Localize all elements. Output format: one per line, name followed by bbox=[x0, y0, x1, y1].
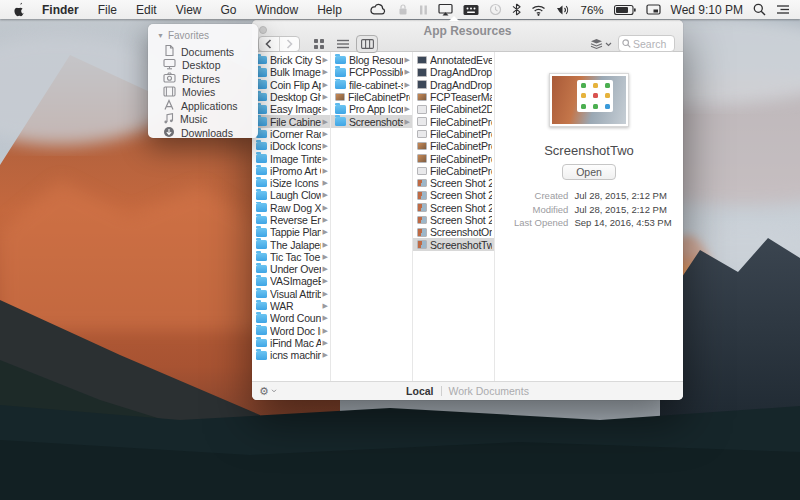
menu-edit[interactable]: Edit bbox=[136, 3, 157, 17]
bluetooth-icon[interactable] bbox=[512, 3, 521, 16]
list-item[interactable]: Tappie Plane▶ bbox=[252, 226, 330, 238]
list-item[interactable]: Screen Shot 2... bbox=[413, 189, 494, 201]
list-view-button[interactable] bbox=[332, 35, 354, 53]
location-segment-work-documents[interactable]: Work Documents bbox=[449, 385, 529, 397]
list-item[interactable]: iPromo Art Cr...▶ bbox=[252, 165, 330, 177]
list-item[interactable]: File Cabinet▶ bbox=[252, 115, 330, 127]
list-item[interactable]: FileCabinet2D... bbox=[413, 103, 494, 115]
list-item[interactable]: iSize Icons▶ bbox=[252, 177, 330, 189]
menu-window[interactable]: Window bbox=[256, 3, 299, 17]
list-item[interactable]: Bulk Image Re...▶ bbox=[252, 66, 330, 78]
list-item[interactable]: iCorner Radius▶ bbox=[252, 128, 330, 140]
list-item[interactable]: ScreenshotTwo bbox=[413, 238, 494, 250]
wifi-icon[interactable] bbox=[531, 4, 546, 16]
keypad-icon[interactable] bbox=[463, 4, 479, 16]
battery-icon[interactable] bbox=[614, 4, 636, 16]
list-item[interactable]: Brick City Solit...▶ bbox=[252, 54, 330, 66]
list-item[interactable]: file-cabinet-sv...▶ bbox=[331, 79, 412, 91]
menu-view[interactable]: View bbox=[176, 3, 202, 17]
list-item[interactable]: Laugh Clown▶ bbox=[252, 189, 330, 201]
sidebar-item-desktop[interactable]: Desktop bbox=[157, 59, 258, 73]
list-item[interactable]: Easy Image Re...▶ bbox=[252, 103, 330, 115]
list-item[interactable]: Image Tinter▶ bbox=[252, 152, 330, 164]
list-item[interactable]: FCPPossibleTe...▶ bbox=[331, 66, 412, 78]
list-item[interactable]: The Jalapeno...▶ bbox=[252, 238, 330, 250]
list-item[interactable]: FileCabinetPro... bbox=[331, 91, 412, 103]
list-item[interactable]: Screen Shot 2... bbox=[413, 202, 494, 214]
location-segment-local[interactable]: Local bbox=[406, 385, 433, 397]
menu-clock[interactable]: Wed 9:10 PM bbox=[671, 3, 743, 17]
column-arrow-icon: ▶ bbox=[323, 253, 328, 261]
item-name: Image Tinter bbox=[270, 153, 321, 165]
pictures-icon bbox=[163, 72, 176, 85]
favorites-header[interactable]: ▼ Favorites bbox=[157, 30, 258, 41]
airplay-display-icon[interactable] bbox=[438, 3, 453, 16]
list-item[interactable]: iFind Mac Apps▶ bbox=[252, 337, 330, 349]
list-item[interactable]: Reverse Engin...▶ bbox=[252, 214, 330, 226]
spotlight-icon[interactable] bbox=[753, 3, 766, 16]
column-view-button[interactable] bbox=[356, 35, 378, 53]
volume-icon[interactable] bbox=[556, 4, 570, 16]
list-item[interactable]: WAR▶ bbox=[252, 300, 330, 312]
list-item[interactable]: Desktop Ghost▶ bbox=[252, 91, 330, 103]
list-item[interactable]: Visual Attribut...▶ bbox=[252, 288, 330, 300]
list-item[interactable]: FileCabinetPro... bbox=[413, 152, 494, 164]
open-button[interactable]: Open bbox=[562, 164, 616, 180]
list-item[interactable]: Screen Shot 2... bbox=[413, 214, 494, 226]
search-input[interactable] bbox=[633, 38, 671, 50]
menu-finder[interactable]: Finder bbox=[42, 3, 79, 17]
list-item[interactable]: Raw Dog XML...▶ bbox=[252, 202, 330, 214]
apple-menu-icon[interactable] bbox=[13, 2, 26, 17]
menu-help[interactable]: Help bbox=[317, 3, 342, 17]
title-bar[interactable]: App Resources bbox=[252, 20, 683, 52]
menu-file[interactable]: File bbox=[98, 3, 117, 17]
folder-icon bbox=[256, 277, 267, 286]
list-item[interactable]: FileCabinetPro... bbox=[413, 165, 494, 177]
sidebar-item-applications[interactable]: Applications bbox=[157, 99, 258, 113]
list-item[interactable]: Word Counter...▶ bbox=[252, 312, 330, 324]
action-menu-button[interactable]: ⚙ bbox=[259, 386, 277, 397]
back-button[interactable] bbox=[259, 37, 279, 51]
forward-button[interactable] bbox=[279, 37, 300, 51]
list-item[interactable]: DragAndDrop... bbox=[413, 66, 494, 78]
list-item[interactable]: icns machine▶ bbox=[252, 349, 330, 361]
list-item[interactable]: Word Doc Ima...▶ bbox=[252, 325, 330, 337]
list-item[interactable]: Screenshots▶ bbox=[331, 115, 412, 127]
item-name: Bulk Image Re... bbox=[270, 66, 321, 78]
list-item[interactable]: Under Over▶ bbox=[252, 263, 330, 275]
cloud-upload-icon[interactable] bbox=[370, 3, 387, 16]
preview-thumbnail[interactable] bbox=[549, 73, 629, 127]
icon-view-button[interactable] bbox=[308, 35, 330, 53]
list-item[interactable]: Blog Resources▶ bbox=[331, 54, 412, 66]
list-item[interactable]: Pro App Icon▶ bbox=[331, 103, 412, 115]
displays-icon[interactable] bbox=[646, 3, 661, 16]
notification-center-icon[interactable] bbox=[776, 4, 790, 15]
list-item[interactable]: AnnotatedEve... bbox=[413, 54, 494, 66]
sidebar-item-pictures[interactable]: Pictures bbox=[157, 72, 258, 86]
list-item[interactable]: Tic Tac Toe W...▶ bbox=[252, 251, 330, 263]
image-file-icon bbox=[417, 203, 427, 212]
list-item[interactable]: iDock Icons▶ bbox=[252, 140, 330, 152]
sidebar-item-documents[interactable]: Documents bbox=[157, 45, 258, 59]
pause-icon[interactable] bbox=[419, 4, 428, 16]
lock-icon[interactable] bbox=[397, 3, 409, 16]
list-item[interactable]: FileCabinetPro... bbox=[413, 115, 494, 127]
list-item[interactable]: FCPTeaserMa... bbox=[413, 91, 494, 103]
list-item[interactable]: Screen Shot 2... bbox=[413, 177, 494, 189]
chevron-down-icon bbox=[605, 42, 612, 47]
list-item[interactable]: VASImageExtr...▶ bbox=[252, 275, 330, 287]
item-name: Screenshots bbox=[349, 116, 403, 128]
time-machine-icon[interactable] bbox=[489, 3, 502, 16]
sidebar-item-downloads[interactable]: Downloads bbox=[157, 126, 258, 140]
folder-icon bbox=[335, 117, 346, 126]
menu-go[interactable]: Go bbox=[221, 3, 237, 17]
sidebar-item-movies[interactable]: Movies bbox=[157, 86, 258, 100]
column-arrow-icon: ▶ bbox=[323, 118, 328, 126]
arrange-button[interactable] bbox=[586, 35, 616, 53]
list-item[interactable]: Coin Flip App▶ bbox=[252, 79, 330, 91]
list-item[interactable]: DragAndDropT... bbox=[413, 79, 494, 91]
list-item[interactable]: FileCabinetPro... bbox=[413, 128, 494, 140]
list-item[interactable]: ScreenshotOne bbox=[413, 226, 494, 238]
sidebar-item-music[interactable]: Music bbox=[157, 113, 258, 127]
list-item[interactable]: FileCabinetPro... bbox=[413, 140, 494, 152]
